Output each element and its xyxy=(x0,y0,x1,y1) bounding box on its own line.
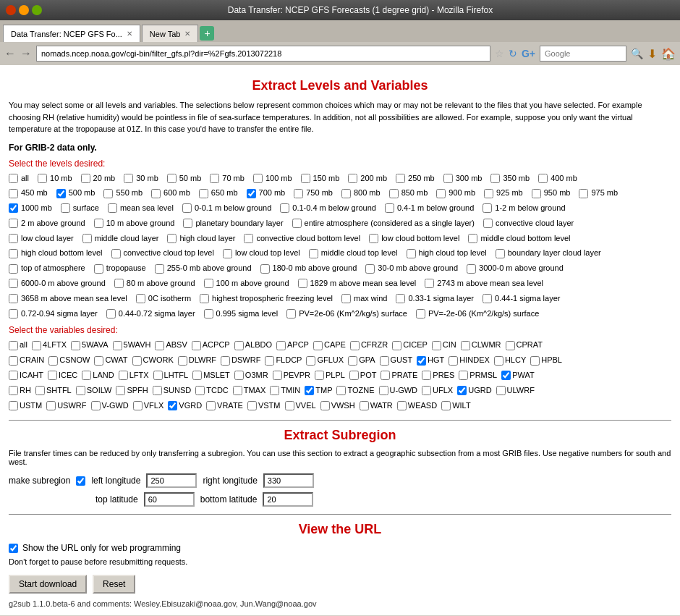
level-checkbox-pv2e06[interactable] xyxy=(286,309,296,318)
forward-button[interactable]: → xyxy=(20,47,32,60)
var-checkbox-4lftx[interactable] xyxy=(32,341,41,350)
var-checkbox-ustm[interactable] xyxy=(9,401,18,410)
var-checkbox-uswrf[interactable] xyxy=(46,401,56,410)
level-checkbox-100mb[interactable] xyxy=(253,174,263,183)
var-checkbox-vstm[interactable] xyxy=(247,401,257,410)
var-checkbox-all[interactable] xyxy=(9,341,18,350)
var-checkbox-pot[interactable] xyxy=(349,371,359,380)
level-checkbox-low-cloud[interactable] xyxy=(9,234,18,243)
new-tab-button[interactable]: + xyxy=(200,26,214,41)
make-subregion-checkbox[interactable] xyxy=(76,476,85,486)
level-checkbox-200mb[interactable] xyxy=(348,174,357,183)
level-checkbox-msl[interactable] xyxy=(108,203,117,213)
var-checkbox-weasd[interactable] xyxy=(397,401,407,410)
level-checkbox-650mb[interactable] xyxy=(199,189,208,198)
level-checkbox-150mb[interactable] xyxy=(301,174,310,183)
left-longitude-input[interactable] xyxy=(146,473,197,488)
level-checkbox-conv-cloud[interactable] xyxy=(483,219,493,228)
var-checkbox-crain[interactable] xyxy=(9,356,18,366)
bookmark-star-icon[interactable]: ☆ xyxy=(495,48,504,59)
level-checkbox-1829msl[interactable] xyxy=(298,279,307,288)
var-checkbox-cape[interactable] xyxy=(313,341,323,350)
level-checkbox-bl-cloud[interactable] xyxy=(496,249,505,258)
level-checkbox-top-atm[interactable] xyxy=(9,264,18,274)
tab-active[interactable]: Data Transfer: NCEP GFS Fo... ✕ xyxy=(3,25,140,42)
var-checkbox-cwat[interactable] xyxy=(94,356,103,366)
level-checkbox-30-0ag[interactable] xyxy=(365,264,375,274)
home-icon[interactable]: 🏠 xyxy=(661,47,676,61)
level-checkbox-10mb[interactable] xyxy=(38,174,47,183)
level-checkbox-tropopause[interactable] xyxy=(94,264,103,274)
level-checkbox-975mb[interactable] xyxy=(579,189,588,198)
var-checkbox-ulwrf[interactable] xyxy=(496,386,506,395)
var-checkbox-watr[interactable] xyxy=(360,401,369,410)
var-checkbox-vrate[interactable] xyxy=(206,401,216,410)
level-checkbox-low-cloud-top[interactable] xyxy=(223,249,232,258)
var-checkbox-prate[interactable] xyxy=(381,371,390,380)
level-checkbox-12bg[interactable] xyxy=(483,203,492,213)
var-checkbox-tozne[interactable] xyxy=(336,386,346,395)
var-checkbox-sunsd[interactable] xyxy=(153,386,162,395)
minimize-button[interactable] xyxy=(19,5,29,15)
level-checkbox-mid-cloud-top[interactable] xyxy=(309,249,318,258)
var-checkbox-cicep[interactable] xyxy=(392,341,401,350)
var-checkbox-vgrd[interactable] xyxy=(168,401,177,410)
level-checkbox-conv-cloud-top[interactable] xyxy=(111,249,121,258)
refresh-button[interactable]: ↻ xyxy=(509,48,517,59)
level-checkbox-044072sigma[interactable] xyxy=(106,309,116,318)
var-checkbox-tmp[interactable] xyxy=(305,386,314,395)
level-checkbox-0c-isotherm[interactable] xyxy=(136,294,145,303)
level-checkbox-mid-cloud-bot[interactable] xyxy=(468,234,477,243)
var-checkbox-wilt[interactable] xyxy=(441,401,451,410)
var-checkbox-gust[interactable] xyxy=(380,356,389,366)
level-checkbox-30mb[interactable] xyxy=(124,174,133,183)
var-checkbox-cprat[interactable] xyxy=(506,341,515,350)
level-checkbox-800mb[interactable] xyxy=(341,189,351,198)
var-checkbox-tmin[interactable] xyxy=(270,386,279,395)
level-checkbox-255-0ag[interactable] xyxy=(155,264,164,274)
start-download-button[interactable]: Start download xyxy=(9,575,87,594)
level-checkbox-3658msl[interactable] xyxy=(9,294,18,303)
level-checkbox-250mb[interactable] xyxy=(396,174,405,183)
var-checkbox-hindex[interactable] xyxy=(449,356,458,366)
level-checkbox-400mb[interactable] xyxy=(538,174,548,183)
var-checkbox-tmax[interactable] xyxy=(233,386,242,395)
level-checkbox-maxwind[interactable] xyxy=(341,294,351,303)
search-input[interactable] xyxy=(540,46,626,62)
level-checkbox-014bg[interactable] xyxy=(280,203,289,213)
var-checkbox-cfrzr[interactable] xyxy=(350,341,360,350)
level-checkbox-conv-cloud-bot[interactable] xyxy=(244,234,253,243)
var-checkbox-vgwd[interactable] xyxy=(91,401,101,410)
var-checkbox-spfh[interactable] xyxy=(116,386,125,395)
var-checkbox-ugwd[interactable] xyxy=(379,386,388,395)
right-longitude-input[interactable] xyxy=(263,473,314,488)
var-checkbox-albdo[interactable] xyxy=(234,341,244,350)
var-checkbox-rh[interactable] xyxy=(9,386,18,395)
level-checkbox-3000mag[interactable] xyxy=(467,264,476,274)
var-checkbox-icaht[interactable] xyxy=(9,371,18,380)
tab-new-tab[interactable]: New Tab ✕ xyxy=(142,25,199,42)
var-checkbox-hlcy[interactable] xyxy=(494,356,503,366)
var-checkbox-tcdc[interactable] xyxy=(195,386,205,395)
var-checkbox-ugrd[interactable] xyxy=(457,386,467,395)
var-checkbox-shtfl[interactable] xyxy=(35,386,45,395)
address-input[interactable] xyxy=(36,46,490,62)
level-checkbox-600mb[interactable] xyxy=(151,189,161,198)
level-checkbox-htfl[interactable] xyxy=(200,294,209,303)
var-checkbox-prmsl[interactable] xyxy=(459,371,468,380)
var-checkbox-dswrf[interactable] xyxy=(221,356,230,366)
var-checkbox-pevpr[interactable] xyxy=(273,371,282,380)
var-checkbox-gpa[interactable] xyxy=(348,356,357,366)
var-checkbox-clwmr[interactable] xyxy=(461,341,470,350)
level-checkbox-10mag[interactable] xyxy=(94,219,103,228)
level-checkbox-entire-atm[interactable] xyxy=(292,219,302,228)
var-checkbox-icec[interactable] xyxy=(48,371,57,380)
level-checkbox-950mb[interactable] xyxy=(532,189,541,198)
level-checkbox-180-0ag[interactable] xyxy=(260,264,270,274)
var-checkbox-gflux[interactable] xyxy=(306,356,315,366)
level-checkbox-pv-2e06[interactable] xyxy=(416,309,425,318)
level-checkbox-044sigma[interactable] xyxy=(483,294,492,303)
level-checkbox-350mb[interactable] xyxy=(490,174,500,183)
level-checkbox-pbl[interactable] xyxy=(183,219,192,228)
level-checkbox-70mb[interactable] xyxy=(210,174,219,183)
